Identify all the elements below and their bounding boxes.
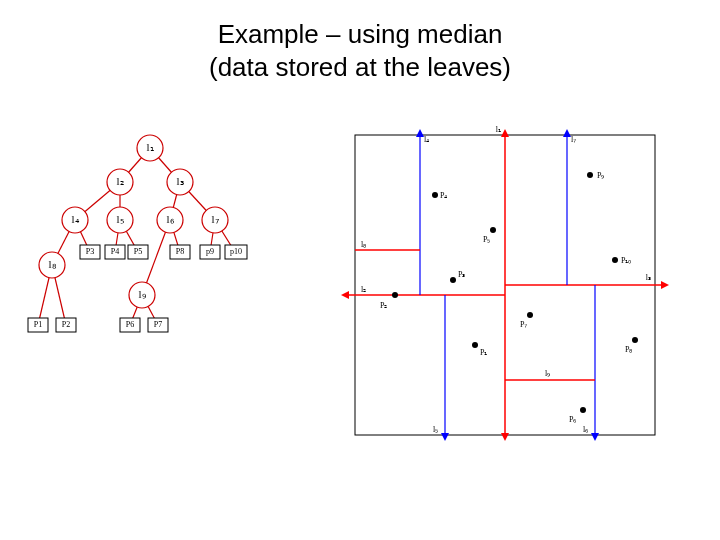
svg-text:P₅: P₅ <box>483 235 490 244</box>
svg-text:P8: P8 <box>176 247 184 256</box>
svg-text:l₄: l₄ <box>71 213 79 225</box>
svg-text:p9: p9 <box>206 247 214 256</box>
svg-point-95 <box>527 312 533 318</box>
plane-partition-diagram: l₁ l₂ l₃ l₄ l₅ l₆ l₇ l₈ l₉ P₁ P₂ P₃ P₄ P… <box>310 120 700 510</box>
svg-text:p10: p10 <box>230 247 242 256</box>
kd-tree-diagram: l₁ l₂ l₃ l₄ l₅ l₆ l₇ l₈ l₉ P3 P4 P5 P8 p… <box>20 120 280 510</box>
svg-text:P3: P3 <box>86 247 94 256</box>
svg-text:P₂: P₂ <box>380 301 387 310</box>
svg-marker-63 <box>661 281 669 289</box>
svg-point-85 <box>392 292 398 298</box>
svg-point-99 <box>587 172 593 178</box>
figure-row: l₁ l₂ l₃ l₄ l₅ l₆ l₇ l₈ l₉ P3 P4 P5 P8 p… <box>20 120 700 510</box>
svg-point-87 <box>450 277 456 283</box>
svg-point-101 <box>612 257 618 263</box>
svg-text:P₇: P₇ <box>520 320 527 329</box>
svg-text:P₁: P₁ <box>480 348 487 357</box>
svg-text:P₁₀: P₁₀ <box>621 256 631 265</box>
svg-text:P7: P7 <box>154 320 162 329</box>
svg-text:l₉: l₉ <box>138 288 145 300</box>
svg-text:l₅: l₅ <box>116 213 123 225</box>
svg-text:l₇: l₇ <box>211 213 218 225</box>
svg-text:P4: P4 <box>111 247 119 256</box>
svg-point-93 <box>580 407 586 413</box>
svg-text:P₉: P₉ <box>597 171 604 180</box>
plane-points: P₁ P₂ P₃ P₄ P₅ P₆ P₇ P₈ P₉ P₁₀ <box>380 171 638 424</box>
svg-text:P₈: P₈ <box>625 345 632 354</box>
svg-point-97 <box>632 337 638 343</box>
svg-marker-65 <box>416 129 424 137</box>
svg-point-83 <box>472 342 478 348</box>
svg-text:l₈: l₈ <box>48 258 56 270</box>
svg-text:P₄: P₄ <box>440 191 447 200</box>
svg-marker-69 <box>591 433 599 441</box>
svg-text:P₃: P₃ <box>458 270 465 279</box>
svg-text:l₆: l₆ <box>583 425 588 434</box>
svg-text:l₁: l₁ <box>496 125 501 134</box>
svg-text:P2: P2 <box>62 320 70 329</box>
svg-text:P1: P1 <box>34 320 42 329</box>
svg-text:P5: P5 <box>134 247 142 256</box>
tree-nodes: l₁ l₂ l₃ l₄ l₅ l₆ l₇ l₈ l₉ <box>39 135 228 308</box>
svg-text:P6: P6 <box>126 320 134 329</box>
svg-marker-61 <box>341 291 349 299</box>
svg-text:l₅: l₅ <box>433 425 438 434</box>
svg-point-89 <box>432 192 438 198</box>
svg-text:l₃: l₃ <box>646 273 651 282</box>
svg-text:l₉: l₉ <box>545 369 550 378</box>
title-line-2: (data stored at the leaves) <box>209 52 511 82</box>
title-line-1: Example – using median <box>218 19 503 49</box>
svg-text:P₆: P₆ <box>569 415 576 424</box>
svg-marker-67 <box>441 433 449 441</box>
svg-marker-71 <box>563 129 571 137</box>
svg-text:l₄: l₄ <box>424 135 429 144</box>
svg-marker-58 <box>501 129 509 137</box>
svg-text:l₇: l₇ <box>571 135 576 144</box>
svg-marker-59 <box>501 433 509 441</box>
svg-point-91 <box>490 227 496 233</box>
svg-text:l₃: l₃ <box>176 175 183 187</box>
svg-text:l₂: l₂ <box>361 285 366 294</box>
svg-text:l₂: l₂ <box>116 175 123 187</box>
slide-title: Example – using median (data stored at t… <box>0 18 720 83</box>
svg-text:l₈: l₈ <box>361 240 366 249</box>
svg-text:l₁: l₁ <box>146 141 153 153</box>
svg-text:l₆: l₆ <box>166 213 174 225</box>
